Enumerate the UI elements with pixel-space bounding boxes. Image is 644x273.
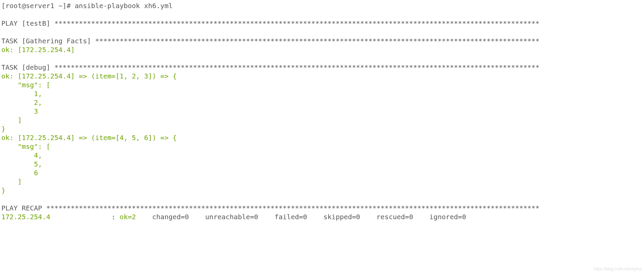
terminal-line: [root@server1 ~]# ansible-playbook xh6.y… (1, 2, 173, 10)
terminal-line: } (1, 186, 5, 195)
recap-colon: : (50, 213, 120, 221)
terminal-line: 3 (1, 107, 38, 115)
terminal-line: 6 (1, 169, 38, 177)
recap-host: 172.25.254.4 (1, 213, 50, 221)
terminal-line: PLAY RECAP *****************************… (1, 204, 539, 212)
terminal-line: } (1, 125, 5, 133)
terminal-line: TASK [Gathering Facts] *****************… (1, 37, 539, 45)
recap-ok: ok=2 (120, 213, 148, 221)
terminal-line: ] (1, 116, 22, 124)
terminal-line: TASK [debug] ***************************… (1, 63, 539, 71)
terminal-line: 1, (1, 90, 42, 98)
terminal-line: PLAY [testB] ***************************… (1, 19, 539, 27)
terminal-line: 4, (1, 151, 42, 159)
terminal-line: ok: [172.25.254.4] (1, 46, 75, 54)
terminal-line: ok: [172.25.254.4] => (item=[4, 5, 6]) =… (1, 134, 177, 142)
terminal-line: 5, (1, 160, 42, 168)
terminal-line: 2, (1, 98, 42, 107)
terminal-line: "msg": [ (1, 142, 50, 151)
terminal-line: "msg": [ (1, 81, 50, 89)
terminal-line: ] (1, 178, 22, 186)
terminal-line: ok: [172.25.254.4] => (item=[1, 2, 3]) =… (1, 72, 177, 80)
recap-rest: changed=0 unreachable=0 failed=0 skipped… (148, 213, 478, 221)
